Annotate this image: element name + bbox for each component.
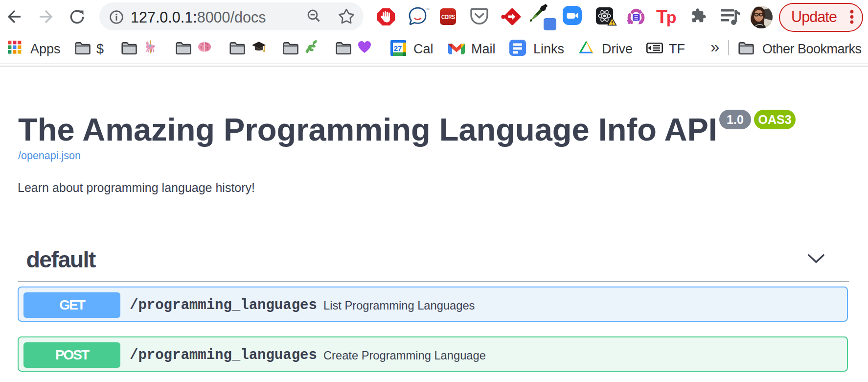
svg-text:TM: TM — [425, 7, 430, 10]
svg-text:27: 27 — [394, 44, 402, 52]
